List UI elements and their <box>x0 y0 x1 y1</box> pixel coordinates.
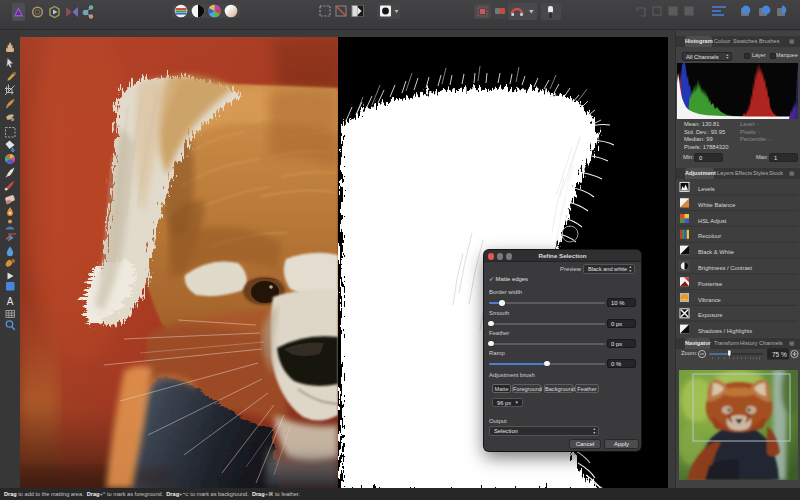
svg-text:75 %: 75 % <box>772 351 787 358</box>
svg-text:A: A <box>7 296 14 307</box>
